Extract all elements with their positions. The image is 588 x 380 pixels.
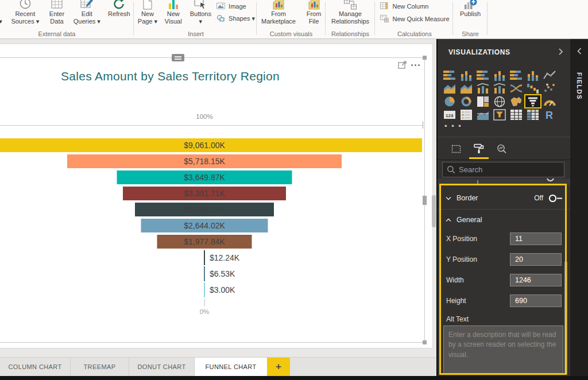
axis-label-0: 0% <box>0 308 424 315</box>
new-quick-measure-icon <box>380 14 389 23</box>
ribbon-button-image[interactable]: Image <box>216 2 255 10</box>
section-border[interactable]: Border Off <box>438 189 570 207</box>
height-input[interactable] <box>510 294 562 307</box>
page-tabs: COLUMN CHARTTREEMAPDONUT CHARTFUNNEL CHA… <box>0 357 436 376</box>
filled-map-icon[interactable] <box>509 95 524 107</box>
page-tab-funnel-chart[interactable]: FUNNEL CHART <box>195 358 267 376</box>
clustered-column-chart-icon[interactable] <box>492 69 507 81</box>
ribbon-button-edit-queries[interactable]: EditQueries ▾ <box>72 0 102 25</box>
page-tab-column-chart[interactable]: COLUMN CHART <box>0 358 71 376</box>
ribbon-chart-icon[interactable] <box>509 82 524 94</box>
border-toggle[interactable] <box>548 194 563 203</box>
ribbon-button-from-file[interactable]: FromFile <box>303 0 325 25</box>
gridline-tick <box>423 122 423 129</box>
hundred-stacked-bar-chart-icon[interactable] <box>509 69 524 81</box>
x-position-label: X Position <box>446 235 477 243</box>
new-page-tab-button[interactable]: + <box>267 358 290 376</box>
table-icon[interactable] <box>509 108 524 121</box>
page-tab-treemap[interactable]: TREEMAP <box>71 358 129 376</box>
funnel-bar-row[interactable]: $3,391.71K <box>0 185 424 201</box>
line-clustered-column-combo-icon[interactable] <box>475 82 490 94</box>
funnel-bar-row[interactable]: $12.24K <box>0 250 424 266</box>
funnel-bar-row[interactable]: $9,061.00K <box>0 137 424 153</box>
search-input[interactable] <box>459 165 560 174</box>
alt-text-label: Alt Text <box>446 315 469 323</box>
funnel-bar-label: $3,649.87K <box>0 173 424 182</box>
treemap-icon[interactable] <box>475 95 490 107</box>
funnel-bar-row[interactable]: $3,649.87K <box>0 169 424 185</box>
gauge-icon[interactable] <box>542 95 557 107</box>
fields-strip-label[interactable]: FIELDS <box>576 72 583 100</box>
x-position-input[interactable] <box>510 232 562 245</box>
ribbon-button-from-marketplace[interactable]: FromMarketplace <box>257 0 300 25</box>
line-chart-icon[interactable] <box>542 69 557 81</box>
resize-handle-bottom-right[interactable] <box>423 340 427 344</box>
map-icon[interactable] <box>492 95 507 107</box>
ribbon-button-enter-data[interactable]: EnterData <box>45 0 69 25</box>
hundred-stacked-column-chart-icon[interactable] <box>525 69 540 81</box>
ribbon-button-new-column[interactable]: New Column <box>380 2 449 10</box>
kpi-icon[interactable] <box>475 108 490 121</box>
stacked-bar-chart-icon[interactable] <box>442 69 457 81</box>
tab-fields[interactable] <box>446 141 466 156</box>
r-script-visual-icon[interactable]: R <box>542 108 557 121</box>
scatter-chart-icon[interactable] <box>542 82 557 94</box>
stacked-area-chart-icon[interactable] <box>459 82 474 94</box>
from-file-icon <box>307 0 321 9</box>
waterfall-chart-icon[interactable] <box>525 82 540 94</box>
ribbon-button-new-visual[interactable]: NewVisual <box>161 0 185 25</box>
line-stacked-column-combo-icon[interactable] <box>492 82 507 94</box>
width-input[interactable] <box>510 274 562 286</box>
ribbon-button-new-page[interactable]: NewPage ▾ <box>137 0 158 25</box>
card-icon[interactable]: 123 <box>442 108 457 121</box>
section-general[interactable]: General <box>438 211 570 228</box>
svg-text:123: 123 <box>446 113 454 118</box>
funnel-bar[interactable] <box>204 250 205 265</box>
page-tab-donut-chart[interactable]: DONUT CHART <box>129 358 195 376</box>
multi-row-card-icon[interactable] <box>459 108 474 121</box>
powerbi-window: GetData ▾RecentSources ▾EnterDataEditQue… <box>0 0 588 380</box>
ribbon-button-buttons[interactable]: Buttons▾ <box>188 0 214 25</box>
funnel-bar-row[interactable]: $5,718.15K <box>0 153 424 169</box>
funnel-bar-row[interactable]: $6.53K <box>0 266 424 282</box>
ribbon-button-get-data[interactable]: GetData ▾ <box>0 0 6 25</box>
search-box[interactable] <box>442 162 564 177</box>
ribbon-button-manage-relationships[interactable]: ManageRelationships <box>327 0 373 25</box>
more-options-icon[interactable] <box>411 64 420 66</box>
y-position-input[interactable] <box>510 253 562 266</box>
area-chart-icon[interactable] <box>442 82 457 94</box>
funnel-bar-row[interactable]: $1,977.84K <box>0 234 424 250</box>
more-visuals-ellipsis-icon[interactable]: • • • <box>444 122 462 130</box>
ribbon-button-new-quick-measure[interactable]: New Quick Measure <box>380 14 449 23</box>
clustered-bar-chart-icon[interactable] <box>475 69 490 81</box>
canvas-scrollbar[interactable] <box>432 195 436 227</box>
alt-text-input[interactable] <box>443 325 563 375</box>
drag-handle-icon[interactable] <box>172 54 184 61</box>
axis-tick-bottom <box>204 299 205 307</box>
collapse-panel-icon[interactable] <box>558 47 563 57</box>
expand-fields-icon[interactable] <box>577 46 582 57</box>
tab-analytics[interactable] <box>492 141 512 156</box>
funnel-bar-row[interactable]: $2,644.02K <box>0 218 424 234</box>
funnel-bar-row[interactable]: $2,894.31K <box>0 201 424 218</box>
matrix-icon[interactable] <box>525 108 540 121</box>
stacked-column-chart-icon[interactable] <box>459 69 474 81</box>
format-pane-scrollbar[interactable] <box>564 261 567 375</box>
edit-queries-icon <box>80 0 94 9</box>
focus-mode-icon[interactable] <box>398 61 407 71</box>
funnel-bar-row[interactable]: $3.00K <box>0 282 424 298</box>
tab-format[interactable] <box>469 141 489 156</box>
ribbon-group-share: PublishShare <box>455 0 486 38</box>
funnel-bar[interactable] <box>204 282 205 297</box>
funnel-chart-icon[interactable] <box>525 95 540 107</box>
ribbon-button-recent-sources[interactable]: RecentSources ▾ <box>9 0 42 25</box>
funnel-visual[interactable]: Sales Amount by Sales Territory Region 1… <box>0 57 425 343</box>
ribbon-button-publish[interactable]: Publish <box>457 0 484 18</box>
ribbon-button-refresh[interactable]: Refresh <box>105 0 133 18</box>
ribbon-button-shapes[interactable]: Shapes ▾ <box>216 14 255 23</box>
pie-chart-icon[interactable] <box>442 95 457 107</box>
resize-handle-top-right[interactable] <box>423 56 427 60</box>
slicer-icon[interactable] <box>492 108 507 121</box>
donut-chart-icon[interactable] <box>459 95 474 107</box>
funnel-bar[interactable] <box>204 266 205 281</box>
